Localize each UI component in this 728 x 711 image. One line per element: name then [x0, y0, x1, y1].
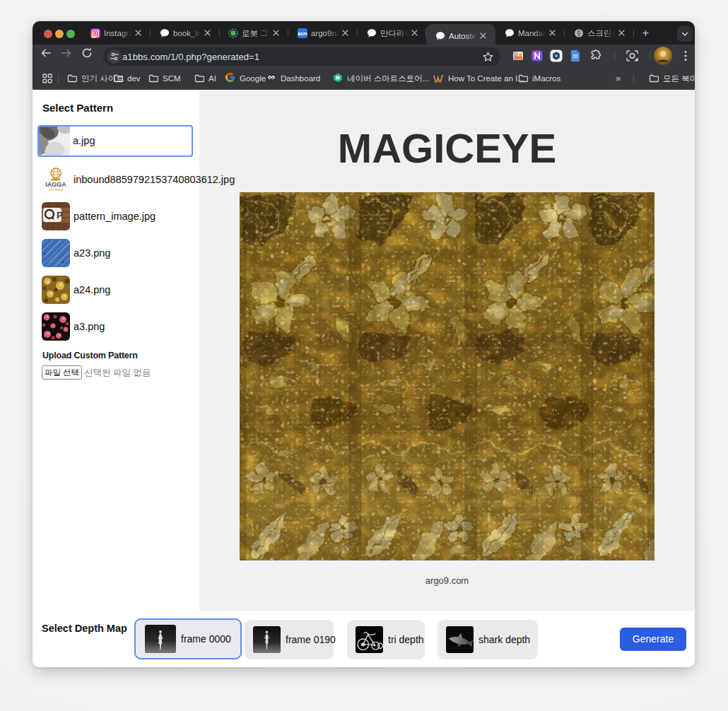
svg-text:asm: asm	[298, 30, 307, 35]
svg-text:IAGGA: IAGGA	[45, 181, 66, 188]
svg-text:INDONESIA: INDONESIA	[49, 189, 63, 192]
svg-text:P: P	[57, 210, 63, 221]
